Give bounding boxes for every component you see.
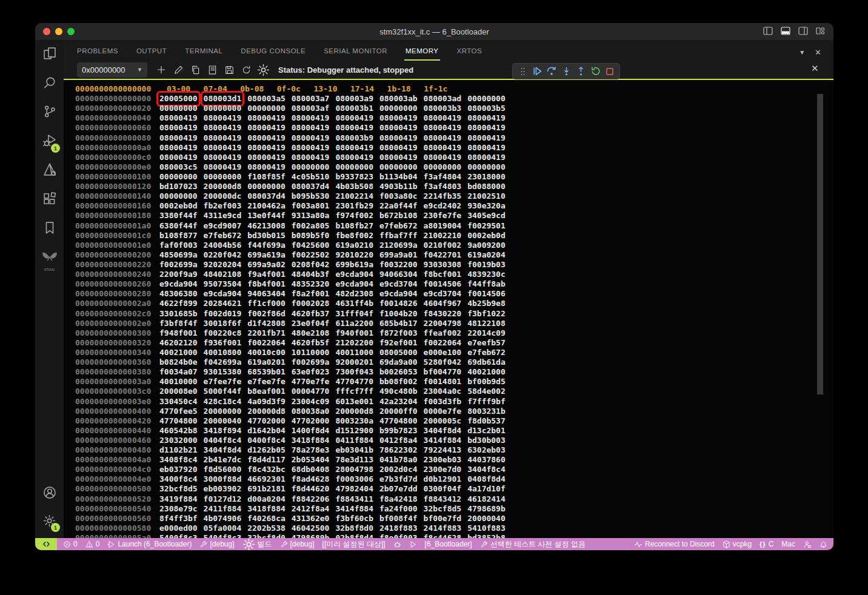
memory-cell[interactable]: 080003b9 — [335, 133, 379, 143]
memory-cell[interactable]: 00000000 — [247, 104, 292, 113]
memory-cell[interactable]: 40010000 — [159, 377, 204, 387]
memory-cell[interactable]: ffbaf7ff — [379, 231, 424, 241]
memory-cell[interactable]: ffeaf002 — [424, 328, 468, 338]
memory-cell[interactable]: 3400f8c4 — [159, 474, 204, 484]
memory-cell[interactable]: 200000d8 — [247, 407, 292, 416]
memory-cell[interactable]: 9313a80a — [292, 211, 336, 221]
memory-cell[interactable]: 08000419 — [292, 153, 336, 162]
statusbar-os-indicator[interactable]: Mac — [781, 540, 795, 548]
memory-cell[interactable]: 00000000 — [159, 172, 204, 182]
memory-cell[interactable]: 40021000 — [467, 367, 512, 377]
memory-cell[interactable]: f0014826 — [379, 299, 424, 308]
memory-cell[interactable]: 0411f884 — [335, 436, 379, 445]
memory-cell[interactable]: 619a0201 — [247, 357, 292, 367]
memory-cell[interactable]: 08005000 — [379, 348, 424, 357]
memory-cell[interactable]: 2411f884 — [204, 504, 248, 514]
memory-cell[interactable]: 02b8f8d4 — [335, 533, 379, 538]
add-icon[interactable] — [155, 63, 168, 76]
memory-cell[interactable]: 080003b5 — [467, 104, 512, 113]
memory-cell[interactable]: 4622f899 — [159, 299, 204, 308]
memory-cell[interactable]: 78e3d113 — [335, 455, 379, 465]
statusbar-errors-count[interactable]: 0 — [63, 540, 78, 548]
memory-cell[interactable]: d1262b05 — [247, 445, 292, 455]
memory-cell[interactable]: 08000419 — [424, 113, 468, 123]
memory-cell[interactable]: 6013e001 — [335, 397, 379, 407]
memory-cell[interactable]: 48122108 — [467, 319, 512, 328]
memory-cell[interactable]: 58d4e002 — [467, 387, 512, 396]
memory-cell[interactable]: f0014506 — [467, 289, 512, 299]
memory-cell[interactable]: 22004798 — [424, 319, 468, 328]
memory-cell[interactable]: 2418f883 — [379, 524, 424, 533]
memory-cell[interactable]: 46692301 — [247, 474, 292, 484]
memory-cell[interactable]: e7feb672 — [467, 348, 512, 357]
memory-cell[interactable]: 3418f884 — [292, 436, 336, 445]
panel-tab-debug-console[interactable]: DEBUG CONSOLE — [241, 47, 305, 57]
memory-cell[interactable]: bb08f002 — [379, 377, 424, 387]
memory-cell[interactable]: f00220c8 — [204, 328, 248, 338]
memory-cell[interactable]: bd107023 — [159, 182, 204, 191]
copy-icon[interactable] — [189, 63, 202, 76]
memory-cell[interactable]: 00000000 — [159, 104, 204, 113]
memory-cell[interactable]: 3404f8c4 — [467, 465, 512, 474]
memory-cell[interactable]: 3404f8d4 — [204, 445, 248, 455]
memory-cell[interactable]: 08000419 — [335, 153, 379, 162]
memory-cell[interactable]: 080003af — [292, 104, 336, 113]
memory-cell[interactable]: f3bf8f4f — [159, 319, 204, 328]
memory-cell[interactable]: 48404b3f — [292, 270, 336, 279]
memory-cell[interactable]: b8eaf001 — [247, 387, 292, 396]
memory-cell[interactable]: b1134b04 — [379, 172, 424, 182]
memory-cell[interactable]: 4839230c — [467, 270, 512, 279]
memory-cell[interactable]: f003d3fb — [424, 397, 468, 407]
memory-cell[interactable]: 08000419 — [204, 113, 248, 123]
memory-cell[interactable]: 47704800 — [379, 416, 424, 426]
memory-cell[interactable]: 0208f042 — [292, 260, 336, 270]
memory-cell[interactable]: 40011000 — [335, 348, 379, 357]
memory-cell[interactable]: 08000419 — [292, 133, 336, 143]
memory-cell[interactable]: 46202120 — [159, 338, 204, 348]
memory-cell[interactable]: 00000000 — [159, 191, 204, 201]
memory-cell[interactable]: bf00e7fd — [424, 514, 468, 524]
memory-cell[interactable]: bd3852b8 — [467, 533, 512, 538]
memory-cell[interactable]: 00000000 — [292, 162, 336, 172]
step-into-button[interactable] — [560, 64, 572, 78]
memory-cell[interactable]: 699a9a01 — [379, 250, 424, 260]
memory-cell[interactable]: 68db0408 — [292, 465, 336, 474]
save-icon[interactable] — [222, 63, 236, 76]
memory-cell[interactable]: bf008f4f — [379, 514, 424, 524]
memory-cell[interactable]: b672b108 — [379, 211, 424, 221]
memory-cell[interactable]: e9cda904 — [159, 279, 204, 289]
gear-icon[interactable] — [256, 63, 270, 76]
memory-cell[interactable]: eb03041b — [335, 445, 379, 455]
memory-cell[interactable]: f3af4803 — [424, 182, 468, 191]
memory-cell[interactable]: 080037d4 — [247, 191, 292, 201]
memory-cell[interactable]: 3414f884 — [335, 504, 379, 514]
memory-cell[interactable]: f8c44628 — [424, 533, 468, 538]
memory-cell[interactable]: f3bf1022 — [467, 309, 512, 319]
memory-cell[interactable]: 68539b01 — [247, 367, 292, 377]
memory-cell[interactable]: 230fe7fe — [424, 211, 468, 221]
memory-cell[interactable]: 21002210 — [424, 231, 468, 241]
memory-cell[interactable]: 20000040 — [204, 416, 248, 426]
memory-cell[interactable]: 20005000 — [159, 94, 204, 104]
memory-cell[interactable]: 5000f44f — [204, 387, 248, 396]
memory-cell[interactable]: 3408f8c4 — [159, 455, 204, 465]
memory-cell[interactable]: 08000419 — [335, 113, 379, 123]
panel-tab-serial-monitor[interactable]: SERIAL MONITOR — [324, 47, 387, 57]
memory-cell[interactable]: 08000419 — [247, 162, 292, 172]
memory-cell[interactable]: 08000419 — [159, 143, 204, 153]
memory-cell[interactable]: 21002510 — [467, 191, 512, 201]
statusbar-test-preset[interactable]: 선택한 테스트 사전 설정 없음 — [480, 539, 586, 550]
statusbar-cmake-target[interactable]: [[미리 설정된 대상]] — [322, 539, 386, 550]
memory-cell[interactable]: 47702000 — [247, 416, 292, 426]
memory-cell[interactable]: e7eefb57 — [467, 338, 512, 348]
memory-cell[interactable]: 5404f8c3 — [204, 533, 248, 538]
step-over-button[interactable] — [546, 64, 558, 78]
memory-cell[interactable]: f002a805 — [292, 221, 336, 231]
memory-cell[interactable]: 0404f8c4 — [204, 436, 248, 445]
memory-cell[interactable]: 2214fb35 — [424, 191, 468, 201]
activity-bar-item-account[interactable] — [35, 480, 64, 508]
toggle-panel-icon[interactable] — [781, 27, 790, 35]
memory-cell[interactable]: f8b4f001 — [247, 279, 292, 289]
activity-bar-item-extensions[interactable] — [35, 185, 64, 214]
memory-cell[interactable]: f8d4d117 — [247, 455, 292, 465]
